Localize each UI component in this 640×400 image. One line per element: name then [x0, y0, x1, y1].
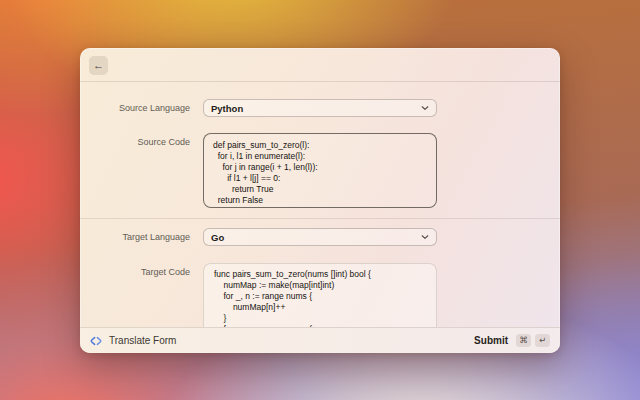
target-language-value: Go [211, 232, 421, 243]
return-key-icon: ↵ [535, 334, 550, 347]
source-code-label: Source Code [80, 137, 190, 147]
chevron-down-icon [421, 233, 429, 241]
window-header: ← [80, 48, 560, 82]
source-code-textarea[interactable]: def pairs_sum_to_zero(l): for i, l1 in e… [203, 133, 437, 208]
chevron-down-icon [421, 104, 429, 112]
target-language-label: Target Language [80, 232, 190, 242]
window-footer: Translate Form Submit ⌘ ↵ [80, 327, 560, 353]
source-language-label: Source Language [80, 103, 190, 113]
target-code-textarea[interactable]: func pairs_sum_to_zero(nums []int) bool … [203, 263, 437, 327]
footer-actions: Submit ⌘ ↵ [474, 334, 550, 347]
app-name: Translate Form [109, 335, 176, 346]
section-divider [80, 218, 560, 219]
footer-app-info: Translate Form [90, 335, 474, 347]
extension-icon [90, 335, 102, 347]
target-language-dropdown[interactable]: Go [203, 228, 437, 246]
source-language-dropdown[interactable]: Python [203, 99, 437, 117]
source-language-value: Python [211, 103, 421, 114]
translate-form-window: ← Source Language Python Source Code def… [80, 48, 560, 353]
desktop-background: ← Source Language Python Source Code def… [0, 0, 640, 400]
back-button[interactable]: ← [89, 56, 108, 75]
target-code-label: Target Code [80, 267, 190, 277]
command-key-icon: ⌘ [516, 334, 531, 347]
back-arrow-icon: ← [93, 59, 104, 71]
submit-button[interactable]: Submit [474, 335, 508, 346]
shortcut-keycaps: ⌘ ↵ [516, 334, 550, 347]
